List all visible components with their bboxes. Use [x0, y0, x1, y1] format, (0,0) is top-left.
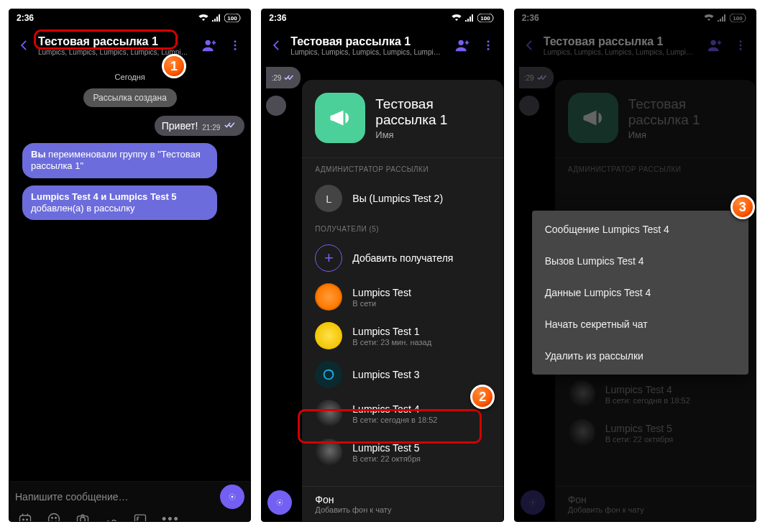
ctx-remove[interactable]: Удалить из рассылки — [532, 340, 748, 372]
wifi-icon — [198, 14, 209, 22]
chat-title-area[interactable]: Тестовая рассылка 1 Lumpics, Lumpics, Lu… — [290, 35, 446, 56]
status-time: 2:36 — [17, 13, 34, 23]
svg-point-11 — [49, 514, 60, 523]
more-icon[interactable]: ••• — [162, 512, 180, 522]
camera-icon[interactable] — [75, 512, 90, 522]
broadcast-avatar-icon — [315, 93, 365, 143]
svg-point-3 — [234, 40, 237, 42]
ctx-call[interactable]: Вызов Lumpics Test 4 — [532, 245, 748, 277]
avatar — [315, 439, 342, 466]
phone-1: 1 2:36 100 Тестовая рассылка 1 Lumpics, … — [9, 9, 251, 522]
svg-point-13 — [55, 518, 57, 519]
overflow-menu-button[interactable] — [224, 35, 246, 56]
svg-point-4 — [234, 45, 237, 47]
plus-icon: + — [315, 244, 342, 272]
svg-rect-16 — [135, 515, 146, 522]
add-recipient-button[interactable]: + Добавить получателя — [302, 239, 503, 278]
ctx-secret-chat[interactable]: Начать секретный чат — [532, 308, 748, 340]
svg-point-19 — [458, 40, 463, 45]
admin-section-header: АДМИНИСТРАТОР РАССЫЛКИ — [302, 165, 503, 179]
battery-icon: 100 — [224, 14, 243, 22]
svg-point-9 — [23, 519, 24, 520]
status-time: 2:36 — [269, 13, 286, 23]
phone-3: 3 2:36 100 Тестовая рассылка 1 Lumpics, … — [514, 9, 756, 522]
back-button[interactable] — [266, 38, 286, 52]
signal-icon — [212, 14, 221, 22]
voice-send-button[interactable] — [220, 485, 244, 509]
ctx-info[interactable]: Данные Lumpics Test 4 — [532, 277, 748, 308]
system-chip-created: Рассылка создана — [83, 88, 177, 107]
emoji-icon[interactable] — [47, 512, 61, 522]
status-bar: 2:36 100 — [9, 9, 250, 27]
recipient-row[interactable]: Lumpics Test 5В сети: 22 октября — [302, 433, 503, 472]
svg-point-20 — [487, 40, 489, 42]
back-button[interactable] — [14, 38, 34, 52]
avatar — [315, 400, 342, 427]
ctx-message[interactable]: Сообщение Lumpics Test 4 — [532, 214, 748, 245]
overflow-menu-button[interactable] — [477, 35, 499, 56]
underlying-bubble-fragment — [266, 96, 286, 116]
background-setting-row[interactable]: ФонДобавить фон к чату — [302, 486, 503, 521]
chat-header: Тестовая рассылка 1 Lumpics, Lumpics, Lu… — [262, 27, 503, 64]
svg-text:100: 100 — [228, 15, 238, 22]
recipient-row[interactable]: Lumpics TestВ сети — [302, 278, 503, 316]
chat-header: Тестовая рассылка 1 Lumpics, Lumpics, Lu… — [9, 27, 250, 64]
chat-subtitle: Lumpics, Lumpics, Lumpics, Lumpics, Lump… — [290, 48, 446, 56]
chat-title-area[interactable]: Тестовая рассылка 1 Lumpics, Lumpics, Lu… — [38, 35, 194, 56]
svg-rect-8 — [20, 515, 31, 522]
add-participant-button[interactable] — [198, 35, 220, 56]
avatar: L — [315, 185, 342, 212]
callout-marker-1: 1 — [162, 54, 186, 78]
chat-title: Тестовая рассылка 1 — [38, 35, 194, 48]
chat-title: Тестовая рассылка 1 — [290, 35, 446, 48]
doodle-icon[interactable] — [104, 512, 119, 522]
svg-point-5 — [234, 48, 237, 50]
admin-name: Вы (Lumpics Test 2) — [352, 193, 490, 204]
underlying-message-fragment: :29 — [266, 67, 301, 88]
chat-messages: Сегодня Рассылка создана Привет! 21:29 В… — [9, 64, 250, 482]
message-time: 21:29 — [202, 124, 220, 132]
callout-marker-3: 3 — [730, 195, 755, 219]
svg-point-2 — [206, 40, 211, 45]
recipients-section-header: ПОЛУЧАТЕЛИ (5) — [302, 225, 503, 239]
avatar — [315, 361, 342, 388]
sticker-icon[interactable] — [18, 512, 32, 522]
outgoing-message[interactable]: Привет! 21:29 — [155, 116, 245, 136]
gif-icon[interactable] — [133, 512, 147, 522]
svg-point-12 — [52, 518, 53, 519]
message-input[interactable]: Напишите сообщение… — [15, 491, 214, 503]
system-message-added: Lumpics Test 4 и Lumpics Test 5 добавлен… — [22, 185, 217, 221]
avatar — [315, 283, 342, 311]
status-bar: 2:36 100 — [262, 9, 503, 27]
broadcast-title: Тестоваярассылка 1 — [375, 96, 447, 128]
svg-text:100: 100 — [480, 15, 490, 22]
context-menu: Сообщение Lumpics Test 4 Вызов Lumpics T… — [532, 211, 748, 375]
message-input-bar: Напишите сообщение… ••• — [9, 481, 250, 521]
read-receipt-icon — [224, 120, 237, 132]
svg-point-22 — [487, 48, 489, 50]
battery-icon: 100 — [477, 14, 496, 22]
svg-point-7 — [232, 496, 234, 498]
phone-2: 2 2:36 100 Тестовая рассылка 1 Lumpics, … — [261, 9, 503, 522]
signal-icon — [465, 14, 474, 22]
system-message-rename: Вы переименовали группу в "Тестовая расс… — [22, 143, 217, 178]
voice-send-button[interactable] — [267, 490, 292, 515]
message-text: Привет! — [162, 120, 198, 132]
avatar — [315, 322, 342, 349]
recipient-row[interactable]: Lumpics Test 1В сети: 23 мин. назад — [302, 316, 503, 355]
broadcast-info-sheet: Тестоваярассылка 1 Имя АДМИНИСТРАТОР РАС… — [302, 80, 503, 521]
svg-point-25 — [279, 502, 281, 504]
svg-point-15 — [81, 518, 86, 523]
broadcast-subtitle: Имя — [375, 129, 447, 140]
admin-row[interactable]: L Вы (Lumpics Test 2) — [302, 179, 503, 218]
date-separator: Сегодня — [15, 73, 244, 81]
add-participant-button[interactable] — [452, 35, 473, 56]
svg-point-10 — [27, 519, 28, 520]
wifi-icon — [452, 14, 462, 22]
svg-point-21 — [487, 45, 489, 47]
